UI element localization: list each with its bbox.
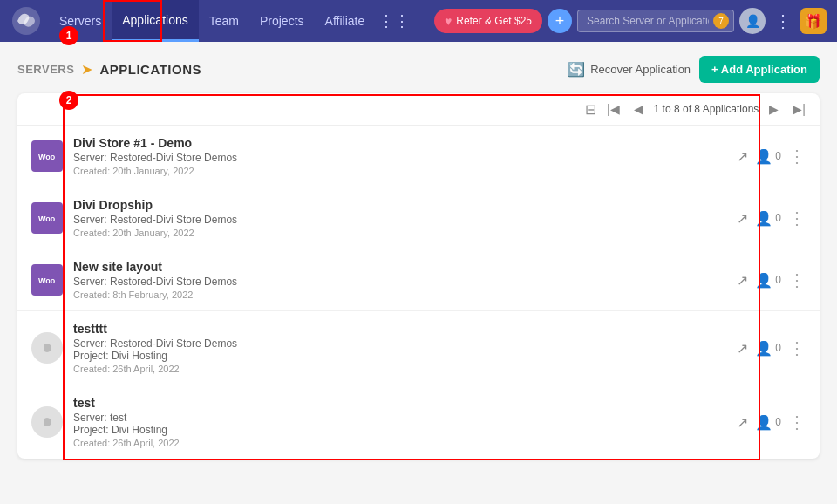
search-badge: 7 xyxy=(713,13,729,29)
app-name: Divi Store #1 - Demo xyxy=(73,136,726,150)
table-row: Woo New site layout Server: Restored-Div… xyxy=(17,249,820,311)
app-logo-generic xyxy=(31,406,63,438)
svg-text:Woo: Woo xyxy=(38,215,56,223)
row-menu-button[interactable]: ⋮ xyxy=(788,412,806,432)
external-link-icon: ↗ xyxy=(737,340,748,357)
header-right: 🔄 Recover Application + Add Application xyxy=(568,56,820,83)
row-menu-button[interactable]: ⋮ xyxy=(788,208,806,228)
add-application-button[interactable]: + Add Application xyxy=(699,56,820,83)
external-link-button[interactable]: ↗ xyxy=(737,414,748,431)
applications-container: ⊟ |◀ ◀ 1 to 8 of 8 Applications ▶ ▶| Woo… xyxy=(17,93,820,459)
external-link-button[interactable]: ↗ xyxy=(737,210,748,227)
app-logo-woo: Woo xyxy=(31,140,63,172)
grid-icon: ⋮⋮ xyxy=(378,11,410,31)
app-name: test xyxy=(73,396,726,410)
app-info: New site layout Server: Restored-Divi St… xyxy=(73,260,726,300)
app-created: Created: 20th January, 2022 xyxy=(73,166,726,176)
gift-icon: 🎁 xyxy=(805,13,822,30)
app-server: Server: Restored-Divi Store Demos xyxy=(73,337,726,350)
row-menu-button[interactable]: ⋮ xyxy=(788,269,806,290)
app-created: Created: 26th April, 2022 xyxy=(73,438,726,448)
app-info: Divi Store #1 - Demo Server: Restored-Di… xyxy=(73,136,726,176)
dots-vertical-icon: ⋮ xyxy=(788,208,806,228)
nav-team[interactable]: Team xyxy=(199,0,249,42)
external-link-button[interactable]: ↗ xyxy=(737,340,748,357)
person-icon: 👤 xyxy=(755,414,772,431)
breadcrumb-arrow: ➤ xyxy=(81,61,92,78)
collab-count: 0 xyxy=(775,342,781,354)
search-container: 7 xyxy=(577,10,734,32)
plus-icon: + xyxy=(555,12,565,31)
app-logo-woo: Woo xyxy=(31,264,63,296)
collab-count: 0 xyxy=(775,416,781,428)
person-icon: 👤 xyxy=(755,148,772,165)
dots-vertical-icon: ⋮ xyxy=(788,338,806,358)
app-name: testttt xyxy=(73,322,726,336)
app-actions: ↗ 👤 0 ⋮ xyxy=(737,146,806,167)
app-server: Server: Restored-Divi Store Demos xyxy=(73,276,726,288)
main-content: 2 SERVERS ➤ APPLICATIONS 🔄 Recover Appli… xyxy=(0,42,837,473)
dots-vertical-icon: ⋮ xyxy=(788,412,806,432)
nav-projects[interactable]: Projects xyxy=(249,0,315,42)
app-name: Divi Dropship xyxy=(73,198,726,212)
page-header: SERVERS ➤ APPLICATIONS 🔄 Recover Applica… xyxy=(17,56,820,83)
app-info: Divi Dropship Server: Restored-Divi Stor… xyxy=(73,198,726,238)
svg-text:Woo: Woo xyxy=(38,153,56,161)
external-link-icon: ↗ xyxy=(737,148,748,165)
pagination-text: 1 to 8 of 8 Applications xyxy=(654,103,759,115)
prev-page-button[interactable]: ◀ xyxy=(630,100,647,118)
heart-icon: ♥ xyxy=(445,14,452,28)
collaborators-button[interactable]: 👤 0 xyxy=(755,210,781,227)
row-menu-button[interactable]: ⋮ xyxy=(788,146,806,167)
app-created: Created: 20th January, 2022 xyxy=(73,228,726,238)
grid-menu-button[interactable]: ⋮⋮ xyxy=(378,11,410,31)
external-link-icon: ↗ xyxy=(737,414,748,431)
app-info: test Server: test Project: Divi Hosting … xyxy=(73,396,726,448)
collaborators-button[interactable]: 👤 0 xyxy=(755,272,781,289)
gift-button[interactable]: 🎁 xyxy=(800,8,827,34)
app-created: Created: 8th February, 2022 xyxy=(73,289,726,300)
nav-applications[interactable]: Applications xyxy=(112,0,199,42)
add-app-label: + Add Application xyxy=(711,63,807,76)
navbar: Servers Applications Team Projects Affil… xyxy=(0,0,837,42)
logo[interactable] xyxy=(10,5,42,37)
app-info: testttt Server: Restored-Divi Store Demo… xyxy=(73,322,726,374)
table-toolbar: ⊟ |◀ ◀ 1 to 8 of 8 Applications ▶ ▶| xyxy=(17,93,820,126)
recover-button[interactable]: 🔄 Recover Application xyxy=(568,61,691,78)
app-logo-generic xyxy=(31,332,63,364)
sort-icon[interactable]: ⊟ xyxy=(585,101,596,118)
external-link-button[interactable]: ↗ xyxy=(737,148,748,165)
breadcrumb-servers: SERVERS xyxy=(17,63,74,76)
table-row: Woo Divi Store #1 - Demo Server: Restore… xyxy=(17,126,820,187)
step-badge-1: 1 xyxy=(59,26,78,45)
person-icon: 👤 xyxy=(755,340,772,357)
next-page-button[interactable]: ▶ xyxy=(766,100,782,118)
table-row: Woo Divi Dropship Server: Restored-Divi … xyxy=(17,187,820,249)
app-server: Server: Restored-Divi Store Demos xyxy=(73,152,726,164)
last-page-button[interactable]: ▶| xyxy=(789,100,809,118)
row-menu-button[interactable]: ⋮ xyxy=(788,337,806,358)
recover-icon: 🔄 xyxy=(568,61,585,78)
refer-button[interactable]: ♥ Refer & Get $25 xyxy=(434,9,542,33)
app-logo-woo: Woo xyxy=(31,202,63,234)
external-link-button[interactable]: ↗ xyxy=(737,272,748,289)
collab-count: 0 xyxy=(775,274,781,286)
collaborators-button[interactable]: 👤 0 xyxy=(755,414,781,431)
dots-menu-button[interactable]: ⋮ xyxy=(771,9,795,33)
nav-affiliate[interactable]: Affiliate xyxy=(315,0,376,42)
collaborators-button[interactable]: 👤 0 xyxy=(755,148,781,165)
app-name: New site layout xyxy=(73,260,726,274)
dots-vertical-icon: ⋮ xyxy=(788,146,806,166)
collab-count: 0 xyxy=(775,212,781,224)
search-input[interactable] xyxy=(577,10,734,32)
avatar-button[interactable]: 👤 xyxy=(739,8,766,34)
nav-servers[interactable]: Servers xyxy=(49,0,112,42)
first-page-button[interactable]: |◀ xyxy=(603,100,623,118)
refer-label: Refer & Get $25 xyxy=(456,15,532,27)
collaborators-button[interactable]: 👤 0 xyxy=(755,340,781,357)
app-rows-container: Woo Divi Store #1 - Demo Server: Restore… xyxy=(17,126,820,459)
add-button[interactable]: + xyxy=(548,9,572,33)
table-row: test Server: test Project: Divi Hosting … xyxy=(17,385,820,459)
app-actions: ↗ 👤 0 ⋮ xyxy=(737,208,806,228)
dots-icon: ⋮ xyxy=(774,10,792,31)
